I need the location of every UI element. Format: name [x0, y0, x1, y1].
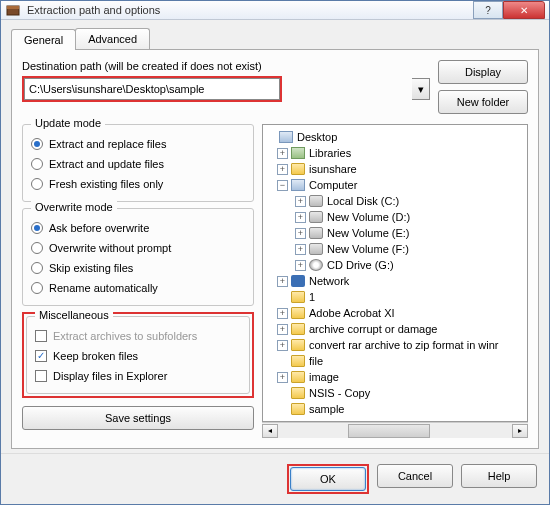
scroll-track[interactable]	[278, 424, 512, 438]
tree-item[interactable]: Network	[309, 275, 349, 287]
check-label: Extract archives to subfolders	[53, 330, 197, 342]
expand-icon[interactable]: +	[277, 340, 288, 351]
cancel-button[interactable]: Cancel	[377, 464, 453, 488]
radio-label: Fresh existing files only	[49, 178, 163, 190]
radio-skip-existing[interactable]	[31, 262, 43, 274]
display-button[interactable]: Display	[438, 60, 528, 84]
drive-icon	[309, 227, 323, 239]
radio-overwrite-noprompt[interactable]	[31, 242, 43, 254]
tree-item[interactable]: New Volume (F:)	[327, 243, 409, 255]
check-extract-subfolders	[35, 330, 47, 342]
drive-icon	[309, 243, 323, 255]
tree-item[interactable]: Adobe Acrobat XI	[309, 307, 395, 319]
save-settings-button[interactable]: Save settings	[22, 406, 254, 430]
tree-item[interactable]: CD Drive (G:)	[327, 259, 394, 271]
folder-icon	[291, 291, 305, 303]
window-controls: ? ✕	[473, 1, 545, 19]
radio-label: Ask before overwrite	[49, 222, 149, 234]
expand-icon[interactable]: +	[295, 196, 306, 207]
folder-icon	[291, 307, 305, 319]
check-keep-broken[interactable]	[35, 350, 47, 362]
cd-icon	[309, 259, 323, 271]
drive-icon	[309, 211, 323, 223]
tree-item[interactable]: 1	[309, 291, 315, 303]
titlebar: Extraction path and options ? ✕	[1, 1, 549, 20]
expand-icon[interactable]: +	[277, 276, 288, 287]
misc-highlight: Miscellaneous Extract archives to subfol…	[22, 312, 254, 398]
destination-label: Destination path (will be created if doe…	[22, 60, 282, 72]
collapse-icon[interactable]: −	[277, 180, 288, 191]
misc-group: Miscellaneous Extract archives to subfol…	[26, 316, 250, 394]
ok-highlight: OK	[287, 464, 369, 494]
radio-extract-replace[interactable]	[31, 138, 43, 150]
dialog-buttons: OK Cancel Help	[1, 453, 549, 504]
folder-icon	[291, 323, 305, 335]
app-icon	[5, 2, 21, 18]
destination-input[interactable]	[24, 78, 280, 100]
close-window-button[interactable]: ✕	[503, 1, 545, 19]
expand-icon[interactable]: +	[295, 212, 306, 223]
overwrite-mode-group: Overwrite mode Ask before overwrite Over…	[22, 208, 254, 306]
scroll-thumb[interactable]	[348, 424, 430, 438]
radio-label: Extract and replace files	[49, 138, 166, 150]
scroll-right-button[interactable]: ▸	[512, 424, 528, 438]
tree-item[interactable]: archive corrupt or damage	[309, 323, 437, 335]
radio-label: Skip existing files	[49, 262, 133, 274]
expand-icon[interactable]: +	[295, 244, 306, 255]
horizontal-scrollbar[interactable]: ◂ ▸	[262, 422, 528, 438]
expand-icon[interactable]: +	[277, 308, 288, 319]
tab-advanced[interactable]: Advanced	[75, 28, 150, 49]
radio-extract-update[interactable]	[31, 158, 43, 170]
new-folder-button[interactable]: New folder	[438, 90, 528, 114]
desktop-icon	[279, 131, 293, 143]
tree-item[interactable]: New Volume (D:)	[327, 211, 410, 223]
chevron-down-icon: ▾	[418, 83, 424, 96]
folder-icon	[291, 371, 305, 383]
radio-label: Extract and update files	[49, 158, 164, 170]
computer-icon	[291, 179, 305, 191]
expand-icon[interactable]: +	[277, 372, 288, 383]
tree-item[interactable]: Computer	[309, 179, 357, 191]
tree-item[interactable]: isunshare	[309, 163, 357, 175]
overwrite-mode-title: Overwrite mode	[31, 201, 117, 213]
radio-fresh-only[interactable]	[31, 178, 43, 190]
misc-title: Miscellaneous	[35, 309, 113, 321]
expand-icon[interactable]: +	[277, 324, 288, 335]
folder-icon	[291, 355, 305, 367]
folder-icon	[291, 339, 305, 351]
ok-button[interactable]: OK	[290, 467, 366, 491]
destination-dropdown-button[interactable]: ▾	[412, 78, 430, 100]
tree-item[interactable]: New Volume (E:)	[327, 227, 410, 239]
expand-icon[interactable]: +	[277, 148, 288, 159]
dialog-window: Extraction path and options ? ✕ General …	[0, 0, 550, 505]
tree-item[interactable]: convert rar archive to zip format in win…	[309, 339, 499, 351]
radio-ask-overwrite[interactable]	[31, 222, 43, 234]
tree-item[interactable]: NSIS - Copy	[309, 387, 370, 399]
user-icon	[291, 163, 305, 175]
expand-icon[interactable]: +	[277, 164, 288, 175]
svg-rect-1	[7, 6, 19, 9]
check-display-explorer[interactable]	[35, 370, 47, 382]
help-window-button[interactable]: ?	[473, 1, 503, 19]
expand-icon[interactable]: +	[295, 228, 306, 239]
expand-icon[interactable]: +	[295, 260, 306, 271]
help-button[interactable]: Help	[461, 464, 537, 488]
tree-item[interactable]: file	[309, 355, 323, 367]
tree-item[interactable]: Libraries	[309, 147, 351, 159]
tree-item[interactable]: Local Disk (C:)	[327, 195, 399, 207]
folder-icon	[291, 403, 305, 415]
scroll-left-button[interactable]: ◂	[262, 424, 278, 438]
destination-highlight	[22, 76, 282, 102]
folder-tree[interactable]: Desktop +Libraries +isunshare −Computer …	[262, 124, 528, 422]
update-mode-group: Update mode Extract and replace files Ex…	[22, 124, 254, 202]
folder-icon	[291, 387, 305, 399]
tab-panel-general: Destination path (will be created if doe…	[11, 49, 539, 449]
network-icon	[291, 275, 305, 287]
tree-item[interactable]: sample	[309, 403, 344, 415]
radio-rename-auto[interactable]	[31, 282, 43, 294]
tree-item[interactable]: Desktop	[297, 131, 337, 143]
tree-item[interactable]: image	[309, 371, 339, 383]
radio-label: Overwrite without prompt	[49, 242, 171, 254]
tab-general[interactable]: General	[11, 29, 76, 50]
check-label: Keep broken files	[53, 350, 138, 362]
